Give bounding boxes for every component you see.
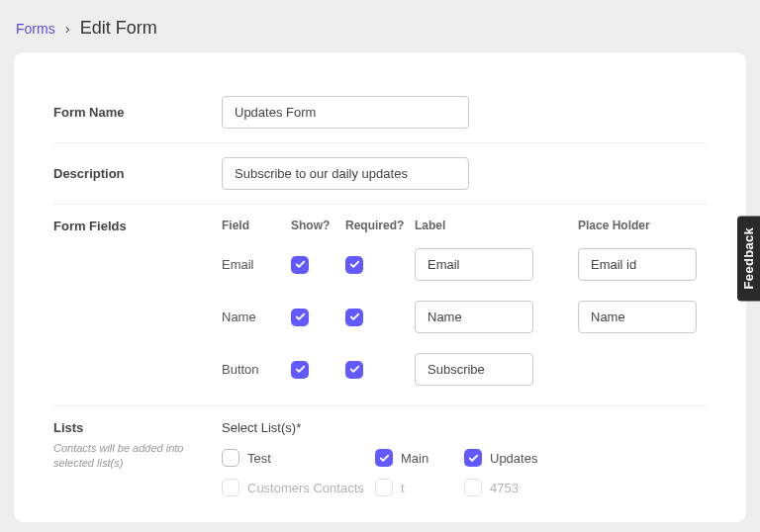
list-item-label: t xyxy=(401,481,405,495)
list-item-label: Test xyxy=(247,451,271,466)
list-item-label: 4753 xyxy=(490,481,519,495)
field-placeholder-input[interactable] xyxy=(578,248,697,281)
list-item-label: Customers Contacts xyxy=(247,481,364,495)
lists-label: Lists xyxy=(53,420,222,435)
list-item[interactable]: Customers Contacts xyxy=(222,479,375,496)
field-label-input[interactable] xyxy=(415,353,533,386)
show-checkbox[interactable] xyxy=(291,361,309,379)
description-label: Description xyxy=(53,166,222,181)
chevron-right-icon: › xyxy=(65,20,70,37)
list-checkbox[interactable] xyxy=(464,449,482,467)
show-checkbox[interactable] xyxy=(291,309,309,326)
field-name: Name xyxy=(222,310,291,324)
field-label-input[interactable] xyxy=(415,248,533,281)
field-name: Email xyxy=(222,257,291,272)
list-item[interactable]: t xyxy=(375,479,464,496)
list-item[interactable]: Updates xyxy=(464,449,583,467)
header-required: Required? xyxy=(345,219,415,232)
field-label-input[interactable] xyxy=(415,301,533,333)
list-checkbox[interactable] xyxy=(375,449,393,467)
list-item-label: Main xyxy=(401,451,428,466)
breadcrumb-forms-link[interactable]: Forms xyxy=(16,21,55,37)
field-name: Button xyxy=(222,362,291,377)
description-input[interactable] xyxy=(222,157,469,190)
select-lists-label: Select List(s)* xyxy=(222,420,707,435)
lists-hint: Contacts will be added into selected lis… xyxy=(53,441,202,472)
list-item[interactable]: Test xyxy=(222,449,375,467)
list-checkbox[interactable] xyxy=(375,479,393,496)
field-row-email: Email xyxy=(222,248,716,281)
breadcrumb: Forms › Edit Form xyxy=(0,0,760,52)
list-item-label: Updates xyxy=(490,451,537,466)
field-row-name: Name xyxy=(222,301,716,333)
field-placeholder-input[interactable] xyxy=(578,301,697,333)
form-name-input[interactable] xyxy=(222,96,469,129)
list-item[interactable]: Main xyxy=(375,449,464,467)
form-card: Form Name Description Form Fields Field … xyxy=(14,52,746,522)
header-label: Label xyxy=(415,219,578,232)
header-placeholder: Place Holder xyxy=(578,219,716,232)
show-checkbox[interactable] xyxy=(291,256,309,274)
list-checkbox[interactable] xyxy=(222,479,239,496)
feedback-tab[interactable]: Feedback xyxy=(737,216,760,301)
form-fields-label: Form Fields xyxy=(53,219,222,233)
page-title: Edit Form xyxy=(80,18,157,39)
fields-header: Field Show? Required? Label Place Holder xyxy=(222,219,716,232)
required-checkbox[interactable] xyxy=(345,361,363,379)
list-checkbox[interactable] xyxy=(222,449,239,467)
header-field: Field xyxy=(222,219,291,232)
header-show: Show? xyxy=(291,219,345,232)
list-checkbox[interactable] xyxy=(464,479,482,496)
required-checkbox[interactable] xyxy=(345,309,363,326)
form-name-label: Form Name xyxy=(53,105,222,120)
field-row-button: Button xyxy=(222,353,716,386)
list-item[interactable]: 4753 xyxy=(464,479,583,496)
required-checkbox[interactable] xyxy=(345,256,363,274)
